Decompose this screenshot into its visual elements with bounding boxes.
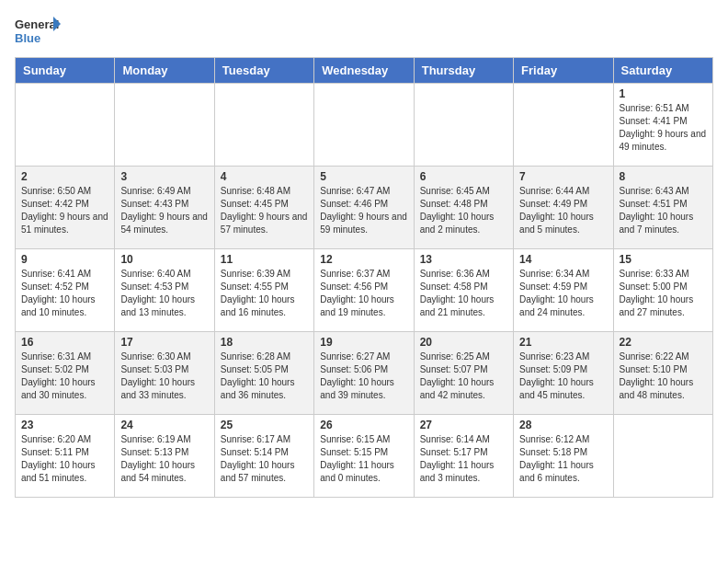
calendar-cell: 27Sunrise: 6:14 AM Sunset: 5:17 PM Dayli… bbox=[414, 415, 513, 498]
svg-text:Blue: Blue bbox=[15, 31, 40, 45]
day-info: Sunrise: 6:20 AM Sunset: 5:11 PM Dayligh… bbox=[21, 433, 108, 485]
calendar-week-row: 2Sunrise: 6:50 AM Sunset: 4:42 PM Daylig… bbox=[16, 167, 713, 249]
calendar-week-row: 16Sunrise: 6:31 AM Sunset: 5:02 PM Dayli… bbox=[16, 332, 713, 415]
day-info: Sunrise: 6:48 AM Sunset: 4:45 PM Dayligh… bbox=[221, 185, 308, 236]
day-number: 20 bbox=[420, 336, 507, 349]
day-number: 1 bbox=[620, 87, 707, 100]
calendar-cell: 5Sunrise: 6:47 AM Sunset: 4:46 PM Daylig… bbox=[314, 167, 414, 249]
day-info: Sunrise: 6:37 AM Sunset: 4:56 PM Dayligh… bbox=[320, 268, 407, 319]
day-number: 11 bbox=[221, 253, 308, 266]
day-header-wednesday: Wednesday bbox=[314, 58, 414, 84]
calendar-cell: 21Sunrise: 6:23 AM Sunset: 5:09 PM Dayli… bbox=[514, 332, 613, 415]
calendar-cell: 24Sunrise: 6:19 AM Sunset: 5:13 PM Dayli… bbox=[115, 415, 214, 498]
calendar-table: SundayMondayTuesdayWednesdayThursdayFrid… bbox=[15, 57, 713, 498]
day-info: Sunrise: 6:25 AM Sunset: 5:07 PM Dayligh… bbox=[420, 350, 507, 402]
day-info: Sunrise: 6:15 AM Sunset: 5:15 PM Dayligh… bbox=[320, 433, 407, 485]
day-info: Sunrise: 6:19 AM Sunset: 5:13 PM Dayligh… bbox=[120, 433, 208, 485]
day-header-friday: Friday bbox=[514, 58, 613, 84]
day-info: Sunrise: 6:28 AM Sunset: 5:05 PM Dayligh… bbox=[221, 350, 308, 402]
day-info: Sunrise: 6:43 AM Sunset: 4:51 PM Dayligh… bbox=[620, 185, 707, 236]
day-info: Sunrise: 6:30 AM Sunset: 5:03 PM Dayligh… bbox=[120, 350, 208, 402]
day-header-thursday: Thursday bbox=[414, 58, 513, 84]
calendar-cell: 1Sunrise: 6:51 AM Sunset: 4:41 PM Daylig… bbox=[613, 84, 712, 167]
day-number: 5 bbox=[320, 170, 407, 183]
day-number: 9 bbox=[21, 253, 108, 266]
day-number: 2 bbox=[21, 170, 108, 183]
calendar-cell: 7Sunrise: 6:44 AM Sunset: 4:49 PM Daylig… bbox=[514, 167, 613, 249]
day-number: 13 bbox=[420, 253, 507, 266]
calendar-week-row: 1Sunrise: 6:51 AM Sunset: 4:41 PM Daylig… bbox=[16, 84, 713, 167]
day-info: Sunrise: 6:36 AM Sunset: 4:58 PM Dayligh… bbox=[420, 268, 507, 319]
day-number: 25 bbox=[221, 419, 308, 431]
calendar-cell: 15Sunrise: 6:33 AM Sunset: 5:00 PM Dayli… bbox=[613, 249, 712, 332]
day-info: Sunrise: 6:23 AM Sunset: 5:09 PM Dayligh… bbox=[519, 350, 607, 402]
logo-svg: GeneralBlue bbox=[15, 15, 61, 48]
day-info: Sunrise: 6:49 AM Sunset: 4:43 PM Dayligh… bbox=[120, 185, 208, 236]
day-number: 27 bbox=[420, 419, 507, 431]
day-number: 7 bbox=[519, 170, 607, 183]
day-info: Sunrise: 6:45 AM Sunset: 4:48 PM Dayligh… bbox=[420, 185, 507, 236]
calendar-cell: 10Sunrise: 6:40 AM Sunset: 4:53 PM Dayli… bbox=[115, 249, 214, 332]
calendar-cell: 4Sunrise: 6:48 AM Sunset: 4:45 PM Daylig… bbox=[214, 167, 313, 249]
day-info: Sunrise: 6:40 AM Sunset: 4:53 PM Dayligh… bbox=[120, 268, 208, 319]
day-info: Sunrise: 6:33 AM Sunset: 5:00 PM Dayligh… bbox=[620, 268, 707, 319]
day-number: 18 bbox=[221, 336, 308, 349]
day-number: 24 bbox=[120, 419, 208, 431]
calendar-cell: 26Sunrise: 6:15 AM Sunset: 5:15 PM Dayli… bbox=[314, 415, 414, 498]
day-info: Sunrise: 6:41 AM Sunset: 4:52 PM Dayligh… bbox=[21, 268, 108, 319]
day-info: Sunrise: 6:22 AM Sunset: 5:10 PM Dayligh… bbox=[620, 350, 707, 402]
calendar-week-row: 9Sunrise: 6:41 AM Sunset: 4:52 PM Daylig… bbox=[16, 249, 713, 332]
day-number: 8 bbox=[620, 170, 707, 183]
day-info: Sunrise: 6:17 AM Sunset: 5:14 PM Dayligh… bbox=[221, 433, 308, 485]
day-info: Sunrise: 6:39 AM Sunset: 4:55 PM Dayligh… bbox=[221, 268, 308, 319]
calendar-cell bbox=[16, 84, 115, 167]
day-info: Sunrise: 6:44 AM Sunset: 4:49 PM Dayligh… bbox=[519, 185, 607, 236]
calendar-cell: 22Sunrise: 6:22 AM Sunset: 5:10 PM Dayli… bbox=[613, 332, 712, 415]
day-info: Sunrise: 6:51 AM Sunset: 4:41 PM Dayligh… bbox=[620, 102, 707, 154]
svg-text:General: General bbox=[15, 17, 59, 31]
calendar-cell: 8Sunrise: 6:43 AM Sunset: 4:51 PM Daylig… bbox=[613, 167, 712, 249]
day-number: 16 bbox=[21, 336, 108, 349]
day-number: 3 bbox=[120, 170, 208, 183]
calendar-cell: 9Sunrise: 6:41 AM Sunset: 4:52 PM Daylig… bbox=[16, 249, 115, 332]
calendar-cell bbox=[314, 84, 414, 167]
day-number: 17 bbox=[120, 336, 208, 349]
calendar-cell: 18Sunrise: 6:28 AM Sunset: 5:05 PM Dayli… bbox=[214, 332, 313, 415]
calendar-cell: 13Sunrise: 6:36 AM Sunset: 4:58 PM Dayli… bbox=[414, 249, 513, 332]
calendar-cell bbox=[514, 84, 613, 167]
logo: GeneralBlue bbox=[15, 15, 61, 48]
day-number: 4 bbox=[221, 170, 308, 183]
day-header-saturday: Saturday bbox=[613, 58, 712, 84]
day-info: Sunrise: 6:12 AM Sunset: 5:18 PM Dayligh… bbox=[519, 433, 607, 485]
calendar-cell: 16Sunrise: 6:31 AM Sunset: 5:02 PM Dayli… bbox=[16, 332, 115, 415]
day-info: Sunrise: 6:14 AM Sunset: 5:17 PM Dayligh… bbox=[420, 433, 507, 485]
calendar-cell: 11Sunrise: 6:39 AM Sunset: 4:55 PM Dayli… bbox=[214, 249, 313, 332]
day-number: 12 bbox=[320, 253, 407, 266]
calendar-cell: 19Sunrise: 6:27 AM Sunset: 5:06 PM Dayli… bbox=[314, 332, 414, 415]
day-number: 6 bbox=[420, 170, 507, 183]
day-number: 23 bbox=[21, 419, 108, 431]
calendar-week-row: 23Sunrise: 6:20 AM Sunset: 5:11 PM Dayli… bbox=[16, 415, 713, 498]
day-number: 14 bbox=[519, 253, 607, 266]
day-header-tuesday: Tuesday bbox=[214, 58, 313, 84]
day-info: Sunrise: 6:27 AM Sunset: 5:06 PM Dayligh… bbox=[320, 350, 407, 402]
day-info: Sunrise: 6:47 AM Sunset: 4:46 PM Dayligh… bbox=[320, 185, 407, 236]
day-info: Sunrise: 6:34 AM Sunset: 4:59 PM Dayligh… bbox=[519, 268, 607, 319]
calendar-cell bbox=[414, 84, 513, 167]
day-number: 28 bbox=[519, 419, 607, 431]
calendar-cell bbox=[613, 415, 712, 498]
calendar-cell: 28Sunrise: 6:12 AM Sunset: 5:18 PM Dayli… bbox=[514, 415, 613, 498]
calendar-header-row: SundayMondayTuesdayWednesdayThursdayFrid… bbox=[16, 58, 713, 84]
calendar-cell: 6Sunrise: 6:45 AM Sunset: 4:48 PM Daylig… bbox=[414, 167, 513, 249]
calendar-cell: 3Sunrise: 6:49 AM Sunset: 4:43 PM Daylig… bbox=[115, 167, 214, 249]
page-header: GeneralBlue bbox=[15, 15, 713, 48]
day-number: 21 bbox=[519, 336, 607, 349]
calendar-cell: 20Sunrise: 6:25 AM Sunset: 5:07 PM Dayli… bbox=[414, 332, 513, 415]
calendar-cell: 25Sunrise: 6:17 AM Sunset: 5:14 PM Dayli… bbox=[214, 415, 313, 498]
calendar-cell: 23Sunrise: 6:20 AM Sunset: 5:11 PM Dayli… bbox=[16, 415, 115, 498]
day-number: 10 bbox=[120, 253, 208, 266]
day-header-monday: Monday bbox=[115, 58, 214, 84]
day-info: Sunrise: 6:31 AM Sunset: 5:02 PM Dayligh… bbox=[21, 350, 108, 402]
day-number: 26 bbox=[320, 419, 407, 431]
day-info: Sunrise: 6:50 AM Sunset: 4:42 PM Dayligh… bbox=[21, 185, 108, 236]
